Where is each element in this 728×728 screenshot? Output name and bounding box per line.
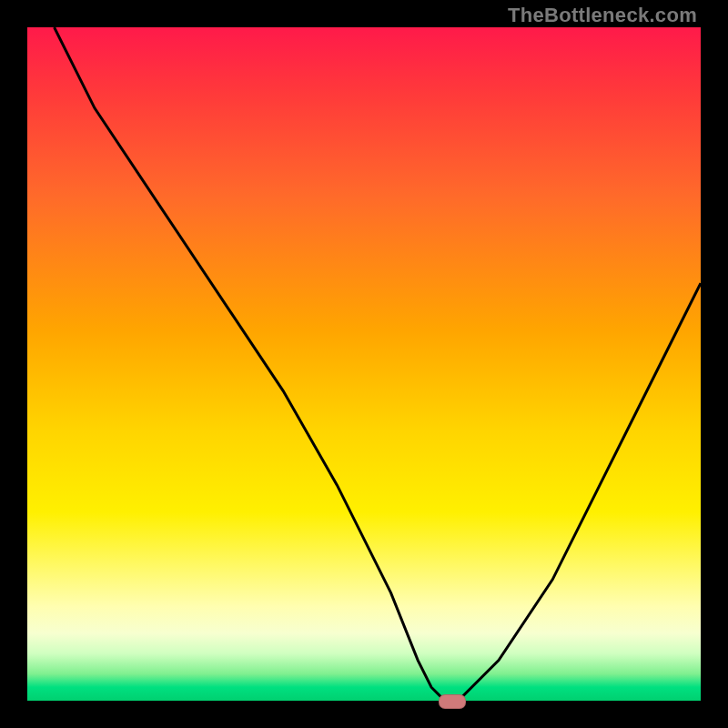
- watermark-text: TheBottleneck.com: [508, 4, 697, 27]
- bottleneck-curve: [27, 27, 701, 701]
- optimal-point-marker: [439, 694, 466, 709]
- curve-path: [55, 27, 701, 701]
- chart-frame: TheBottleneck.com: [0, 0, 728, 728]
